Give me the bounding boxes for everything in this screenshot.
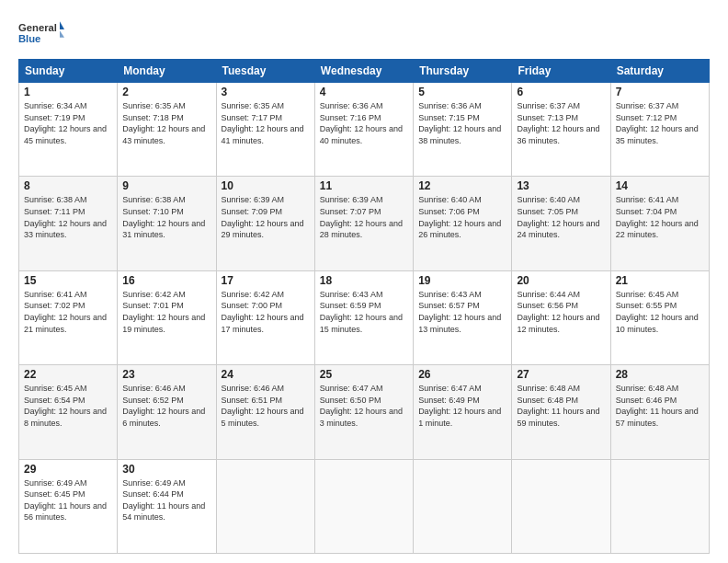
- calendar-cell: 18 Sunrise: 6:43 AM Sunset: 6:59 PM Dayl…: [314, 270, 413, 364]
- calendar-cell: 27 Sunrise: 6:48 AM Sunset: 6:48 PM Dayl…: [512, 365, 610, 459]
- calendar-cell: 23 Sunrise: 6:46 AM Sunset: 6:52 PM Dayl…: [118, 365, 216, 459]
- day-number: 4: [320, 86, 408, 98]
- calendar-cell: 25 Sunrise: 6:47 AM Sunset: 6:50 PM Dayl…: [314, 365, 413, 459]
- day-info: Sunrise: 6:45 AM Sunset: 6:54 PM Dayligh…: [24, 383, 112, 429]
- calendar-cell: 6 Sunrise: 6:37 AM Sunset: 7:13 PM Dayli…: [512, 83, 610, 177]
- calendar-cell: 20 Sunrise: 6:44 AM Sunset: 6:56 PM Dayl…: [512, 270, 610, 364]
- svg-text:Blue: Blue: [18, 33, 40, 44]
- day-number: 5: [418, 86, 506, 98]
- calendar-cell: 30 Sunrise: 6:49 AM Sunset: 6:44 PM Dayl…: [118, 459, 216, 553]
- day-number: 1: [24, 86, 112, 98]
- calendar-cell: 1 Sunrise: 6:34 AM Sunset: 7:19 PM Dayli…: [19, 83, 118, 177]
- day-number: 16: [122, 274, 210, 287]
- day-info: Sunrise: 6:36 AM Sunset: 7:16 PM Dayligh…: [320, 100, 408, 146]
- calendar-cell: 10 Sunrise: 6:39 AM Sunset: 7:09 PM Dayl…: [216, 177, 314, 270]
- calendar-cell: 14 Sunrise: 6:41 AM Sunset: 7:04 PM Dayl…: [610, 177, 709, 270]
- calendar-cell: 12 Sunrise: 6:40 AM Sunset: 7:06 PM Dayl…: [414, 177, 512, 270]
- day-info: Sunrise: 6:35 AM Sunset: 7:17 PM Dayligh…: [222, 100, 310, 146]
- day-info: Sunrise: 6:41 AM Sunset: 7:04 PM Dayligh…: [616, 194, 704, 240]
- calendar-cell: 13 Sunrise: 6:40 AM Sunset: 7:05 PM Dayl…: [512, 177, 610, 270]
- day-info: Sunrise: 6:47 AM Sunset: 6:49 PM Dayligh…: [418, 383, 506, 429]
- day-info: Sunrise: 6:47 AM Sunset: 6:50 PM Dayligh…: [320, 383, 408, 429]
- logo-svg: General Blue: [18, 15, 64, 52]
- calendar-cell: 9 Sunrise: 6:38 AM Sunset: 7:10 PM Dayli…: [118, 177, 216, 270]
- day-info: Sunrise: 6:46 AM Sunset: 6:51 PM Dayligh…: [222, 383, 310, 429]
- day-info: Sunrise: 6:40 AM Sunset: 7:06 PM Dayligh…: [418, 194, 506, 240]
- calendar-week-row: 8 Sunrise: 6:38 AM Sunset: 7:11 PM Dayli…: [19, 177, 710, 270]
- day-number: 19: [418, 274, 506, 287]
- col-saturday: Saturday: [610, 60, 709, 83]
- calendar-cell: 3 Sunrise: 6:35 AM Sunset: 7:17 PM Dayli…: [216, 83, 314, 177]
- calendar-cell: 28 Sunrise: 6:48 AM Sunset: 6:46 PM Dayl…: [610, 365, 709, 459]
- calendar-cell: 17 Sunrise: 6:42 AM Sunset: 7:00 PM Dayl…: [216, 270, 314, 364]
- calendar-cell: 21 Sunrise: 6:45 AM Sunset: 6:55 PM Dayl…: [610, 270, 709, 364]
- calendar-cell: 7 Sunrise: 6:37 AM Sunset: 7:12 PM Dayli…: [610, 83, 709, 177]
- calendar-cell: 2 Sunrise: 6:35 AM Sunset: 7:18 PM Dayli…: [118, 83, 216, 177]
- day-number: 23: [122, 368, 210, 381]
- day-info: Sunrise: 6:43 AM Sunset: 6:57 PM Dayligh…: [418, 289, 506, 335]
- day-info: Sunrise: 6:40 AM Sunset: 7:05 PM Dayligh…: [517, 194, 605, 240]
- day-number: 2: [122, 86, 210, 98]
- col-friday: Friday: [512, 60, 610, 83]
- svg-marker-3: [60, 30, 64, 38]
- day-number: 14: [616, 179, 704, 192]
- calendar-week-row: 29 Sunrise: 6:49 AM Sunset: 6:45 PM Dayl…: [19, 459, 710, 553]
- col-sunday: Sunday: [19, 60, 118, 83]
- day-info: Sunrise: 6:48 AM Sunset: 6:46 PM Dayligh…: [616, 383, 704, 429]
- col-wednesday: Wednesday: [314, 60, 413, 83]
- calendar-week-row: 1 Sunrise: 6:34 AM Sunset: 7:19 PM Dayli…: [19, 83, 710, 177]
- day-info: Sunrise: 6:43 AM Sunset: 6:59 PM Dayligh…: [320, 289, 408, 335]
- calendar-header-row: Sunday Monday Tuesday Wednesday Thursday…: [19, 60, 710, 83]
- calendar-cell: [314, 459, 413, 553]
- calendar-cell: [216, 459, 314, 553]
- svg-text:General: General: [18, 22, 57, 33]
- calendar-cell: [610, 459, 709, 553]
- calendar-cell: 22 Sunrise: 6:45 AM Sunset: 6:54 PM Dayl…: [19, 365, 118, 459]
- day-info: Sunrise: 6:35 AM Sunset: 7:18 PM Dayligh…: [122, 100, 210, 146]
- day-info: Sunrise: 6:46 AM Sunset: 6:52 PM Dayligh…: [122, 383, 210, 429]
- day-number: 18: [320, 274, 408, 287]
- day-number: 25: [320, 368, 408, 381]
- day-number: 20: [517, 274, 605, 287]
- calendar-cell: 24 Sunrise: 6:46 AM Sunset: 6:51 PM Dayl…: [216, 365, 314, 459]
- calendar-week-row: 22 Sunrise: 6:45 AM Sunset: 6:54 PM Dayl…: [19, 365, 710, 459]
- day-number: 13: [517, 179, 605, 192]
- calendar-table: Sunday Monday Tuesday Wednesday Thursday…: [18, 59, 710, 554]
- calendar-cell: 11 Sunrise: 6:39 AM Sunset: 7:07 PM Dayl…: [314, 177, 413, 270]
- calendar-cell: 5 Sunrise: 6:36 AM Sunset: 7:15 PM Dayli…: [414, 83, 512, 177]
- day-info: Sunrise: 6:39 AM Sunset: 7:09 PM Dayligh…: [222, 194, 310, 240]
- day-number: 30: [122, 463, 210, 476]
- day-info: Sunrise: 6:37 AM Sunset: 7:12 PM Dayligh…: [616, 100, 704, 146]
- calendar-cell: 16 Sunrise: 6:42 AM Sunset: 7:01 PM Dayl…: [118, 270, 216, 364]
- calendar-cell: 8 Sunrise: 6:38 AM Sunset: 7:11 PM Dayli…: [19, 177, 118, 270]
- calendar-cell: [512, 459, 610, 553]
- calendar-cell: 29 Sunrise: 6:49 AM Sunset: 6:45 PM Dayl…: [19, 459, 118, 553]
- day-info: Sunrise: 6:37 AM Sunset: 7:13 PM Dayligh…: [517, 100, 605, 146]
- calendar-cell: 4 Sunrise: 6:36 AM Sunset: 7:16 PM Dayli…: [314, 83, 413, 177]
- calendar-cell: 26 Sunrise: 6:47 AM Sunset: 6:49 PM Dayl…: [414, 365, 512, 459]
- day-info: Sunrise: 6:39 AM Sunset: 7:07 PM Dayligh…: [320, 194, 408, 240]
- day-info: Sunrise: 6:38 AM Sunset: 7:11 PM Dayligh…: [24, 194, 112, 240]
- svg-marker-2: [60, 21, 64, 29]
- calendar-cell: 19 Sunrise: 6:43 AM Sunset: 6:57 PM Dayl…: [414, 270, 512, 364]
- col-tuesday: Tuesday: [216, 60, 314, 83]
- day-number: 21: [616, 274, 704, 287]
- day-info: Sunrise: 6:45 AM Sunset: 6:55 PM Dayligh…: [616, 289, 704, 335]
- day-number: 27: [517, 368, 605, 381]
- day-number: 22: [24, 368, 112, 381]
- day-info: Sunrise: 6:38 AM Sunset: 7:10 PM Dayligh…: [122, 194, 210, 240]
- day-number: 7: [616, 86, 704, 98]
- day-info: Sunrise: 6:49 AM Sunset: 6:45 PM Dayligh…: [24, 477, 112, 523]
- day-number: 10: [222, 179, 310, 192]
- day-info: Sunrise: 6:34 AM Sunset: 7:19 PM Dayligh…: [24, 100, 112, 146]
- day-info: Sunrise: 6:42 AM Sunset: 7:01 PM Dayligh…: [122, 289, 210, 335]
- day-info: Sunrise: 6:48 AM Sunset: 6:48 PM Dayligh…: [517, 383, 605, 429]
- day-number: 8: [24, 179, 112, 192]
- calendar-cell: [414, 459, 512, 553]
- day-number: 24: [222, 368, 310, 381]
- day-number: 17: [222, 274, 310, 287]
- calendar-cell: 15 Sunrise: 6:41 AM Sunset: 7:02 PM Dayl…: [19, 270, 118, 364]
- col-monday: Monday: [118, 60, 216, 83]
- col-thursday: Thursday: [414, 60, 512, 83]
- logo: General Blue: [18, 15, 64, 52]
